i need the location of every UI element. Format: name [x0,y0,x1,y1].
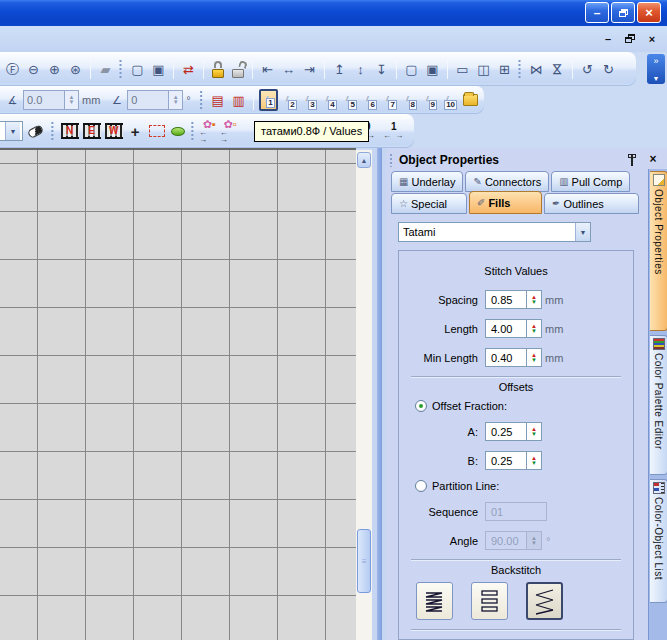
hotkey-2-button[interactable]: ϟ2 [280,89,298,111]
tab-fills[interactable]: ✐ Fills [469,191,542,214]
restore-button[interactable] [611,2,635,23]
align-right-icon[interactable]: ⇥ [299,58,320,81]
tab-pull-comp[interactable]: ▥ Pull Comp [551,171,630,192]
side-tab-object-properties[interactable]: Object Properties [650,171,667,331]
rotate-ccw-icon[interactable]: ↺ [577,58,598,81]
tab-connectors[interactable]: ✎ Connectors [465,171,549,192]
align-left-icon[interactable]: ⇤ [257,58,278,81]
scrollbar-thumb[interactable]: ≡ [357,529,371,593]
angle-spinner[interactable]: ▲▼ [168,91,182,109]
space-vertical-icon[interactable]: ◫ [473,58,494,81]
side-tab-color-palette-editor[interactable]: Color Palette Editor [650,335,667,475]
hotkey-4-button[interactable]: ϟ4 [320,89,338,111]
lock-stitches-icon[interactable] [208,58,228,80]
minimize-button[interactable]: – [585,2,609,23]
zoom-all-icon[interactable]: ⊛ [65,58,86,81]
hotkey-5-button[interactable]: ϟ5 [340,89,358,111]
zoom-out-icon[interactable]: ⊖ [23,58,44,81]
ungroup-icon[interactable]: ▣ [422,58,443,81]
hotkey-8-button[interactable]: ϟ8 [400,89,418,111]
hotkey-10-button[interactable]: ϟ10 [440,89,458,111]
backstitch-standard-button[interactable] [416,582,453,620]
mdi-close-button[interactable]: × [645,32,659,45]
backstitch-borderline-button[interactable] [471,582,508,620]
mdi-minimize-button[interactable]: – [601,32,615,45]
offset-b-field[interactable]: 0.25 ▲▼ [485,451,542,470]
machine-function-1-icon[interactable]: ✿▪ ← → [199,119,220,143]
dropdown-arrow-icon[interactable]: ▼ [575,223,590,241]
toolbar-grip[interactable] [190,120,195,142]
min-length-field[interactable]: 0.40 ▲▼ [485,348,542,367]
align-bottom-icon[interactable]: ↧ [371,58,392,81]
angle-field[interactable]: 0 ▲▼ [127,90,183,110]
offset-fraction-radio[interactable] [415,400,427,412]
zoom-in-icon[interactable]: ⊕ [44,58,65,81]
reshape-icon[interactable]: ▢ [127,58,148,81]
tab-underlay[interactable]: ▦ Underlay [391,171,463,192]
min-length-spinner[interactable]: ▲▼ [526,349,541,366]
reshape-nodes-icon[interactable]: ▣ [148,58,169,81]
eraser-icon[interactable]: ▰ [95,58,116,81]
scroll-up-button[interactable]: ▲ [357,152,371,168]
offset-b-spinner[interactable]: ▲▼ [526,452,541,469]
partition-line-radio[interactable] [415,480,427,492]
tab-outlines[interactable]: ✒ Outlines [544,193,639,214]
tatami-fill-icon[interactable]: W [105,123,123,139]
e-stitch-icon[interactable]: E [83,123,101,139]
mdi-restore-button[interactable] [623,32,637,45]
nudge-1-button[interactable]: 1← → [381,122,406,140]
offset-fraction-option[interactable]: Offset Fraction: [399,395,633,417]
panel-close-button[interactable]: × [645,152,661,167]
mirror-vertical-icon[interactable]: ⋈ [546,59,569,80]
offset-a-spinner[interactable]: ▲▼ [526,423,541,440]
hotkey-6-button[interactable]: ϟ6 [360,89,378,111]
close-button[interactable]: × [637,2,661,23]
zoom-factor-icon[interactable]: Ⓕ [2,58,23,81]
align-center-icon[interactable]: ↔ [278,58,299,81]
backstitch-diagonal-button[interactable] [526,582,563,620]
length-field[interactable]: 4.00 ▲▼ [485,319,542,338]
length-spinner[interactable]: ▲▼ [526,320,541,337]
align-middle-icon[interactable]: ↕ [350,58,371,81]
selection-box-icon[interactable] [149,125,165,137]
dropdown-arrow-icon[interactable]: ▼ [5,122,20,140]
color-blend-icon[interactable] [171,127,185,136]
pen-tool-icon[interactable] [26,123,44,138]
offset-a-field[interactable]: 0.25 ▲▼ [485,422,542,441]
auto-center-icon[interactable]: + [125,120,146,143]
align-top-icon[interactable]: ↥ [329,58,350,81]
center-both-icon[interactable]: ⊞ [494,58,515,81]
hotkey-7-button[interactable]: ϟ7 [380,89,398,111]
hotkey-1-button[interactable]: ϟ1 [259,89,278,111]
fill-preset-dropdown[interactable]: Tatami ▼ [398,222,591,242]
length-value[interactable]: 0.0 [24,94,64,106]
hotkey-3-button[interactable]: ϟ3 [300,89,318,111]
spacing-field[interactable]: 0.85 ▲▼ [485,290,542,309]
design-canvas[interactable] [0,148,356,640]
side-tab-color-object-list[interactable]: Color-Object List [650,479,667,603]
panel-title-bar[interactable]: Object Properties × [386,150,667,169]
group-icon[interactable]: ▢ [401,58,422,81]
mirror-horizontal-icon[interactable]: ⋈ [526,58,547,81]
toolbar-grip[interactable] [517,58,522,80]
toolbar-grip[interactable] [50,120,55,142]
preset-toolbar-dropdown[interactable]: ▼ [0,121,23,141]
folder-icon[interactable] [463,94,478,106]
panel-grip[interactable] [389,153,393,167]
length-field[interactable]: 0.0 ▲▼ [23,90,79,110]
machine-function-2-icon[interactable]: ✿▫ ← → [220,119,241,143]
length-spinner[interactable]: ▲▼ [64,91,78,109]
stitch-bar-icon[interactable]: ▥ [228,89,249,112]
partition-line-option[interactable]: Partition Line: [399,475,633,497]
spacing-spinner[interactable]: ▲▼ [526,291,541,308]
satin-fill-icon[interactable]: N [61,123,79,139]
toolbar-overflow-button[interactable]: » ▼ [647,54,665,84]
tab-special[interactable]: ☆ Special [391,193,467,214]
unlock-stitches-icon[interactable] [228,58,248,80]
pin-icon[interactable] [625,153,639,167]
panel-splitter[interactable] [372,148,386,640]
angle-value[interactable]: 0 [128,94,168,106]
vertical-scrollbar[interactable]: ▲ ≡ [356,150,372,640]
space-horizontal-icon[interactable]: ▭ [452,58,473,81]
toolbar-grip[interactable] [118,58,123,80]
